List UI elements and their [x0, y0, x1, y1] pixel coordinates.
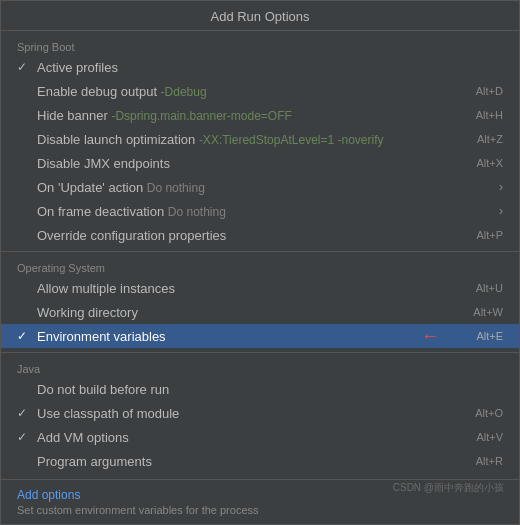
item-enable-debug[interactable]: Enable debug output -Ddebug Alt+D [1, 79, 519, 103]
shortcut-env-vars: Alt+E [476, 330, 503, 342]
label-disable-launch: Disable launch optimization -XX:TieredSt… [37, 132, 457, 147]
label-on-frame: On frame deactivation Do nothing [37, 204, 491, 219]
arrow-on-frame: › [499, 204, 503, 218]
label-env-vars: Environment variables [37, 329, 456, 344]
divider-2 [1, 352, 519, 353]
section-os: Operating System [1, 256, 519, 276]
check-add-vm: ✓ [17, 430, 33, 444]
item-program-args[interactable]: Program arguments Alt+R [1, 449, 519, 473]
label-hide-banner: Hide banner -Dspring.main.banner-mode=OF… [37, 108, 456, 123]
check-use-classpath: ✓ [17, 406, 33, 420]
check-env-vars: ✓ [17, 329, 33, 343]
shortcut-hide-banner: Alt+H [476, 109, 503, 121]
section-java: Java [1, 357, 519, 377]
label-enable-debug: Enable debug output -Ddebug [37, 84, 456, 99]
item-active-profiles[interactable]: ✓ Active profiles [1, 55, 519, 79]
shortcut-add-vm: Alt+V [476, 431, 503, 443]
shortcut-disable-launch: Alt+Z [477, 133, 503, 145]
shortcut-enable-debug: Alt+D [476, 85, 503, 97]
add-run-options-dialog: Add Run Options Spring Boot ✓ Active pro… [0, 0, 520, 525]
check-active-profiles: ✓ [17, 60, 33, 74]
shortcut-override-config: Alt+P [476, 229, 503, 241]
item-env-vars[interactable]: ✓ Environment variables ← Alt+E [1, 324, 519, 348]
shortcut-working-dir: Alt+W [473, 306, 503, 318]
label-on-update: On 'Update' action Do nothing [37, 180, 491, 195]
item-add-deps[interactable]: ✓ Add dependencies with "provided" scope… [1, 473, 519, 479]
check-add-deps: ✓ [17, 478, 33, 479]
watermark: CSDN @雨中奔跑的小孩 [393, 481, 504, 495]
label-no-build: Do not build before run [37, 382, 503, 397]
item-disable-launch-opt[interactable]: Disable launch optimization -XX:TieredSt… [1, 127, 519, 151]
label-add-vm: Add VM options [37, 430, 456, 445]
shortcut-program-args: Alt+R [476, 455, 503, 467]
arrow-on-update: › [499, 180, 503, 194]
shortcut-disable-jmx: Alt+X [476, 157, 503, 169]
label-add-deps: Add dependencies with "provided" scope t… [37, 478, 503, 480]
item-no-build[interactable]: Do not build before run [1, 377, 519, 401]
add-options-link[interactable]: Add options [17, 486, 80, 504]
label-override-config: Override configuration properties [37, 228, 456, 243]
label-allow-multiple: Allow multiple instances [37, 281, 456, 296]
label-program-args: Program arguments [37, 454, 456, 469]
label-working-dir: Working directory [37, 305, 453, 320]
item-allow-multiple[interactable]: Allow multiple instances Alt+U [1, 276, 519, 300]
label-use-classpath: Use classpath of module [37, 406, 455, 421]
item-disable-jmx[interactable]: Disable JMX endpoints Alt+X [1, 151, 519, 175]
footer-description: Set custom environment variables for the… [17, 504, 503, 516]
shortcut-allow-multiple: Alt+U [476, 282, 503, 294]
options-list: Spring Boot ✓ Active profiles Enable deb… [1, 31, 519, 479]
item-working-dir[interactable]: Working directory Alt+W [1, 300, 519, 324]
section-spring-boot: Spring Boot [1, 35, 519, 55]
item-on-update[interactable]: On 'Update' action Do nothing › [1, 175, 519, 199]
divider-1 [1, 251, 519, 252]
item-use-classpath[interactable]: ✓ Use classpath of module Alt+O [1, 401, 519, 425]
label-active-profiles: Active profiles [37, 60, 503, 75]
item-hide-banner[interactable]: Hide banner -Dspring.main.banner-mode=OF… [1, 103, 519, 127]
label-disable-jmx: Disable JMX endpoints [37, 156, 456, 171]
shortcut-use-classpath: Alt+O [475, 407, 503, 419]
red-arrow-indicator: ← [421, 326, 439, 347]
dialog-title: Add Run Options [1, 1, 519, 31]
item-override-config[interactable]: Override configuration properties Alt+P [1, 223, 519, 247]
item-add-vm[interactable]: ✓ Add VM options Alt+V [1, 425, 519, 449]
item-on-frame[interactable]: On frame deactivation Do nothing › [1, 199, 519, 223]
